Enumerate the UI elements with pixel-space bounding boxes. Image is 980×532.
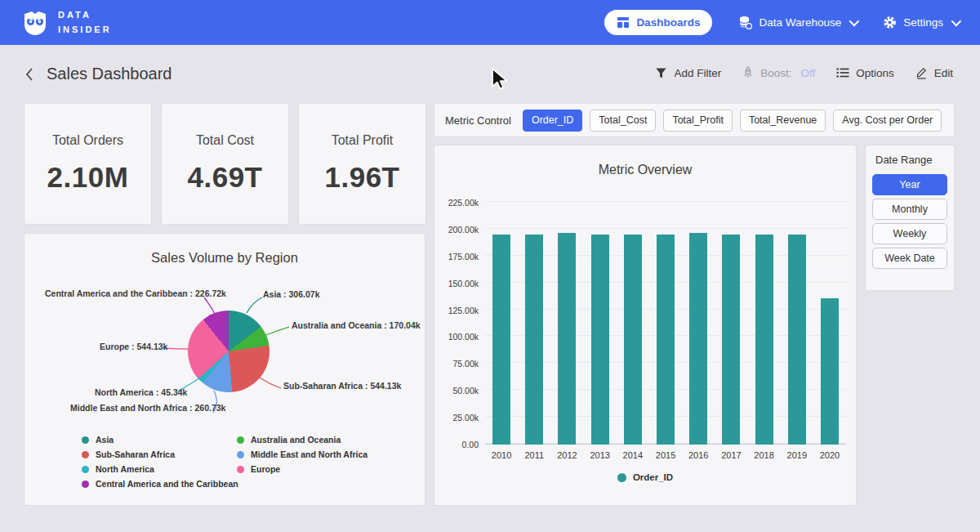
legend-dot [237, 451, 244, 458]
boost-value: Off [800, 67, 815, 79]
nav-data-warehouse[interactable]: Data Warehouse [738, 16, 857, 29]
chart-title: Metric Overview [434, 163, 856, 177]
bar-chart-legend[interactable]: Order_ID [434, 472, 856, 482]
metric-option-avg-cost-per-order[interactable]: Avg. Cost per Order [833, 110, 942, 132]
boost-label: Boost: [760, 67, 791, 79]
pie-legend-item-central-america-and-the-caribbean[interactable]: Central America and the Caribbean [82, 479, 238, 489]
date-range-option-monthly[interactable]: Monthly [872, 199, 947, 220]
kpi-label: Total Orders [52, 133, 123, 148]
edit-button[interactable]: Edit [915, 66, 953, 79]
brand-logo[interactable]: DATA INSIDER [21, 8, 112, 36]
chevron-down-icon [849, 16, 860, 27]
bar-slot-2015 [649, 235, 682, 445]
bar-2017 [722, 235, 740, 445]
x-axis-label: 2019 [781, 450, 813, 460]
metric-control-options: Order_IDTotal_CostTotal_ProfitTotal_Reve… [523, 110, 942, 132]
y-axis-tick: 75.00k [434, 359, 479, 369]
pie-legend-col-1: AsiaSub-Saharan AfricaNorth AmericaCentr… [82, 435, 238, 489]
pencil-icon [915, 66, 928, 79]
bar-slot-2010 [485, 235, 518, 445]
kpi-value: 1.96T [325, 161, 400, 194]
nav-settings[interactable]: Settings [883, 16, 959, 29]
x-axis-label: 2010 [485, 450, 518, 460]
header-actions: Add Filter Boost:Off Options Edit [655, 66, 953, 79]
x-axis-label: 2018 [748, 450, 781, 460]
legend-dot [237, 436, 244, 444]
bar-slot-2020 [813, 298, 846, 445]
add-filter-label: Add Filter [674, 67, 721, 79]
metric-option-order-id[interactable]: Order_ID [523, 110, 582, 132]
x-axis-label: 2015 [649, 450, 682, 460]
gear-icon [883, 16, 897, 29]
nav-menu: Dashboards Data Warehouse Settings [604, 10, 959, 35]
date-range-option-week-date[interactable]: Week Date [872, 248, 947, 269]
date-range-options: YearMonthlyWeeklyWeek Date [872, 174, 947, 269]
bar-slot-2011 [518, 235, 550, 445]
legend-dot [237, 466, 244, 473]
x-axis-label: 2012 [550, 450, 583, 460]
bar-2013 [591, 235, 609, 445]
filter-icon [655, 67, 667, 79]
bar-slot-2013 [584, 235, 617, 445]
pie-legend-item-middle-east-and-north-africa[interactable]: Middle East and North Africa [237, 449, 368, 459]
pie-slice-label-north-america: North America : 45.34k [95, 387, 187, 397]
kpi-label: Total Cost [196, 133, 254, 148]
legend-label: Australia and Oceania [251, 435, 341, 445]
pie-legend-item-asia[interactable]: Asia [82, 435, 238, 445]
add-filter-button[interactable]: Add Filter [655, 67, 721, 79]
gridline [485, 201, 846, 202]
options-button[interactable]: Options [836, 67, 894, 79]
bar-chart-x-labels: 2010201120122013201420152016201720182019… [485, 450, 846, 460]
legend-label: Sub-Saharan Africa [96, 449, 175, 459]
pie-slice-label-middle-east-and-north-africa: Middle East and North Africa : 260.73k [70, 403, 225, 413]
options-label: Options [856, 67, 894, 79]
database-icon [738, 16, 752, 29]
kpi-value: 4.69T [188, 161, 263, 194]
bar-2015 [657, 235, 675, 445]
pie-slice-label-sub-saharan-africa: Sub-Saharan Africa : 544.13k [283, 381, 401, 391]
sales-volume-pie-card: Sales Volume by Region Asia : 306.07kAus… [24, 234, 425, 505]
date-range-label: Date Range [875, 154, 947, 166]
y-axis-tick: 25.00k [434, 413, 479, 422]
metric-option-total-cost[interactable]: Total_Cost [590, 110, 656, 132]
kpi-card-total-profit: Total Profit 1.96T [299, 104, 425, 224]
pie-legend-item-north-america[interactable]: North America [82, 464, 238, 474]
list-icon [836, 67, 849, 78]
bar-slot-2018 [748, 235, 781, 445]
mouse-cursor [488, 67, 510, 92]
dashboards-grid-icon [617, 16, 630, 29]
pie-legend-item-europe[interactable]: Europe [237, 464, 368, 474]
legend-label: Middle East and North Africa [251, 449, 368, 459]
boost-toggle[interactable]: Boost:Off [742, 66, 815, 79]
y-axis-tick: 125.00k [434, 306, 479, 315]
metric-control-label: Metric Control [445, 114, 511, 127]
nav-settings-label: Settings [903, 16, 943, 29]
pie-legend-item-sub-saharan-africa[interactable]: Sub-Saharan Africa [82, 449, 238, 459]
legend-label: Central America and the Caribbean [96, 479, 238, 489]
bar-2020 [821, 298, 839, 445]
bar-slot-2019 [781, 235, 813, 445]
date-range-option-year[interactable]: Year [872, 174, 947, 195]
page-title: Sales Dashboard [47, 65, 172, 83]
kpi-value: 2.10M [47, 161, 129, 194]
legend-dot [82, 481, 89, 488]
metric-overview-chart: Metric Overview 201020112012201320142015… [434, 145, 856, 505]
edit-label: Edit [934, 67, 953, 79]
x-axis-label: 2014 [617, 450, 649, 460]
legend-label: Europe [251, 464, 280, 474]
bar-2016 [689, 233, 707, 445]
y-axis-tick: 100.00k [434, 332, 479, 342]
metric-option-total-profit[interactable]: Total_Profit [663, 110, 733, 132]
bar-2018 [755, 235, 773, 445]
back-button[interactable] [21, 65, 38, 86]
legend-label: Order_ID [633, 472, 673, 482]
nav-dashboards-button[interactable]: Dashboards [604, 10, 712, 35]
bar-slot-2012 [550, 233, 583, 445]
y-axis-tick: 50.00k [434, 386, 479, 396]
metric-option-total-revenue[interactable]: Total_Revenue [740, 110, 826, 132]
date-range-option-weekly[interactable]: Weekly [872, 223, 947, 244]
bar-slot-2017 [715, 235, 747, 445]
pie-legend-item-australia-and-oceania[interactable]: Australia and Oceania [237, 435, 368, 445]
x-axis-label: 2017 [715, 450, 747, 460]
legend-label: Asia [96, 435, 114, 445]
